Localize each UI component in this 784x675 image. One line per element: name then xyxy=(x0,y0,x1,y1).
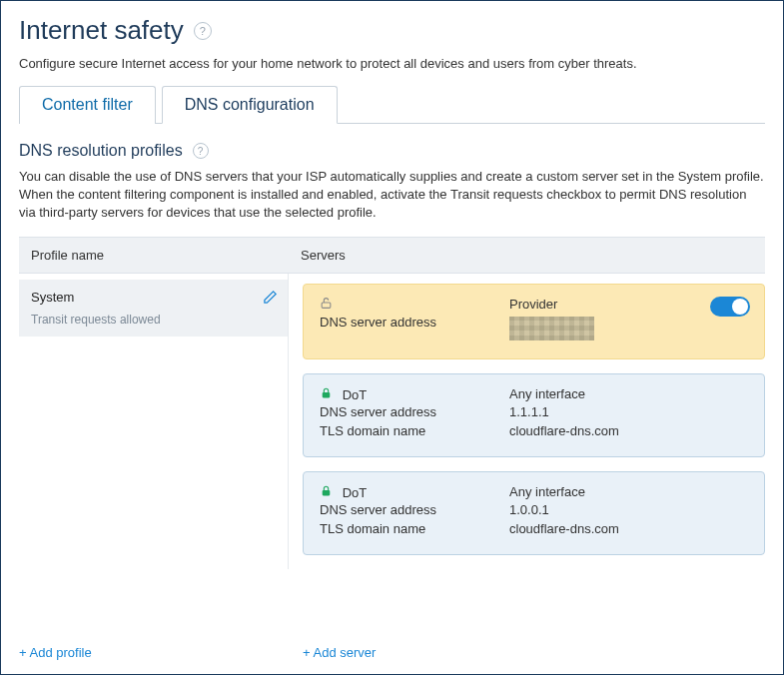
interface-label: Any interface xyxy=(509,386,748,401)
dns-address-label: DNS server address xyxy=(320,502,509,517)
interface-label: Any interface xyxy=(509,484,748,499)
section-title: DNS resolution profiles ? xyxy=(19,142,765,160)
servers-column: Provider DNS server address DoT xyxy=(289,274,765,569)
column-profile-name: Profile name xyxy=(19,238,289,273)
settings-panel: Internet safety ? Configure secure Inter… xyxy=(0,0,784,675)
table-body: System Transit requests allowed xyxy=(19,274,765,569)
svg-rect-1 xyxy=(323,392,331,397)
footer-actions: + Add profile + Add server xyxy=(19,645,765,660)
dns-address-label: DNS server address xyxy=(320,315,509,330)
lock-icon xyxy=(320,484,333,500)
page-description: Configure secure Internet access for you… xyxy=(19,56,765,71)
profile-row-system[interactable]: System Transit requests allowed xyxy=(19,280,288,337)
unlock-icon xyxy=(320,297,333,313)
tab-content-filter[interactable]: Content filter xyxy=(19,86,156,124)
tls-domain-label: TLS domain name xyxy=(320,423,509,438)
profile-subtext: Transit requests allowed xyxy=(31,313,276,327)
redacted-address xyxy=(509,317,594,340)
column-servers: Servers xyxy=(289,238,765,273)
add-server-link[interactable]: + Add server xyxy=(289,645,376,660)
toggle-switch[interactable] xyxy=(710,297,750,317)
server-card-dot-2[interactable]: DoT Any interface DNS server address 1.0… xyxy=(303,471,765,555)
section-title-text: DNS resolution profiles xyxy=(19,142,183,160)
table-header: Profile name Servers xyxy=(19,237,765,274)
tab-dns-configuration[interactable]: DNS configuration xyxy=(162,86,338,124)
page-title: Internet safety ? xyxy=(19,15,765,46)
tab-bar: Content filter DNS configuration xyxy=(19,85,765,124)
profile-name: System xyxy=(31,290,276,305)
profiles-column: System Transit requests allowed xyxy=(19,274,289,569)
tls-domain-value: cloudflare-dns.com xyxy=(509,521,748,536)
server-card-provider[interactable]: Provider DNS server address xyxy=(303,284,765,359)
dns-address-value: 1.0.0.1 xyxy=(509,502,748,517)
tls-domain-label: TLS domain name xyxy=(320,521,509,536)
help-icon[interactable]: ? xyxy=(194,22,212,40)
add-profile-link[interactable]: + Add profile xyxy=(19,645,289,660)
help-icon[interactable]: ? xyxy=(193,143,209,159)
page-title-text: Internet safety xyxy=(19,15,184,46)
profiles-table: Profile name Servers System Transit requ… xyxy=(19,237,765,569)
dns-address-value: 1.1.1.1 xyxy=(509,404,748,419)
dns-address-label: DNS server address xyxy=(320,404,509,419)
pencil-icon[interactable] xyxy=(263,290,278,308)
section-description: You can disable the use of DNS servers t… xyxy=(19,168,765,223)
lock-icon xyxy=(320,386,333,402)
tls-domain-value: cloudflare-dns.com xyxy=(509,423,748,438)
svg-rect-2 xyxy=(323,490,331,495)
svg-rect-0 xyxy=(322,303,331,308)
protocol-label: DoT xyxy=(343,387,368,402)
server-card-dot-1[interactable]: DoT Any interface DNS server address 1.1… xyxy=(303,373,765,457)
protocol-label: DoT xyxy=(343,485,368,500)
